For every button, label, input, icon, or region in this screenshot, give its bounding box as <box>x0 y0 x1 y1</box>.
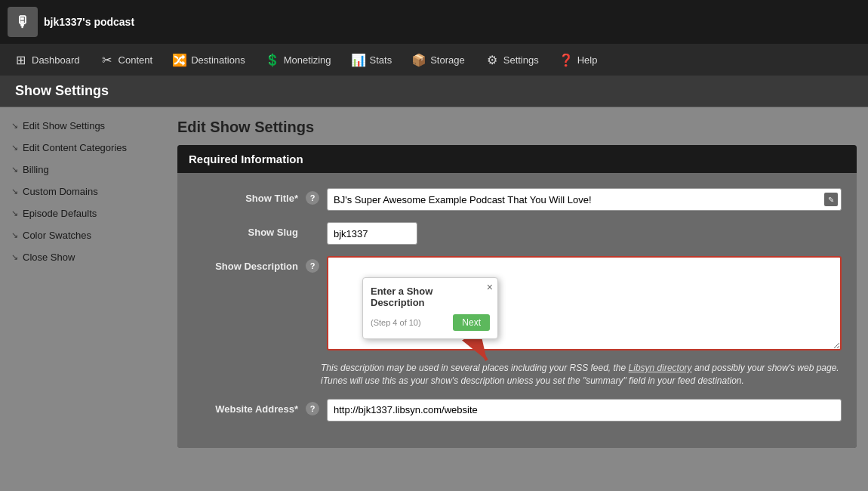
show-slug-input[interactable] <box>327 222 417 245</box>
form-card: Required Information Show Title* ? ✎ Sho… <box>177 145 857 448</box>
show-slug-row: Show Slug <box>192 222 842 245</box>
sidebar: ↘ Edit Show Settings ↘ Edit Content Cate… <box>0 107 166 491</box>
arrow-icon: ↘ <box>11 143 18 153</box>
nav-bar: ⊞ Dashboard ✂ Content 🔀 Destinations 💲 M… <box>0 44 868 76</box>
arrow-icon: ↘ <box>11 165 18 174</box>
arrow-icon: ↘ <box>11 208 18 218</box>
sidebar-label: Custom Domains <box>23 186 98 197</box>
podcast-name: bjk1337's podcast <box>44 16 134 28</box>
sidebar-item-color-swatches[interactable]: ↘ Color Swatches <box>0 224 166 246</box>
arrow-icon: ↘ <box>11 187 18 196</box>
form-card-header: Required Information <box>177 145 857 173</box>
sidebar-label: Color Swatches <box>23 230 91 241</box>
nav-monetizing-label: Monetizing <box>284 54 331 66</box>
destinations-icon: 🔀 <box>172 52 187 67</box>
sidebar-label: Billing <box>23 164 49 175</box>
tooltip-title: Enter a Show Description <box>371 286 490 308</box>
nav-storage-label: Storage <box>430 54 465 66</box>
edit-icon[interactable]: ✎ <box>824 193 838 206</box>
layout: ↘ Edit Show Settings ↘ Edit Content Cate… <box>0 107 868 491</box>
arrow-icon: ↘ <box>11 230 18 240</box>
show-description-row: Show Description ? <box>192 256 842 350</box>
dashboard-icon: ⊞ <box>13 52 28 67</box>
website-address-input[interactable] <box>327 399 842 422</box>
settings-icon: ⚙ <box>485 52 500 67</box>
nav-help[interactable]: ❓ Help <box>549 48 607 71</box>
sidebar-label: Edit Show Settings <box>23 120 105 131</box>
tooltip-step: (Step 4 of 10) <box>371 318 421 327</box>
form-card-body: Show Title* ? ✎ Show Slug Show Descripti… <box>177 173 857 448</box>
sidebar-item-billing[interactable]: ↘ Billing <box>0 159 166 181</box>
monetizing-icon: 💲 <box>265 52 280 67</box>
nav-dashboard[interactable]: ⊞ Dashboard <box>4 48 89 71</box>
sidebar-item-edit-show-settings[interactable]: ↘ Edit Show Settings <box>0 115 166 137</box>
sidebar-item-edit-content-categories[interactable]: ↘ Edit Content Categories <box>0 137 166 159</box>
sidebar-label: Episode Defaults <box>23 208 97 219</box>
main-content: Edit Show Settings Required Information … <box>166 107 868 491</box>
arrow-icon: ↘ <box>11 121 18 131</box>
podcast-logo[interactable]: 🎙 bjk1337's podcast <box>8 7 134 37</box>
nav-destinations-label: Destinations <box>191 54 245 66</box>
show-title-row: Show Title* ? ✎ <box>192 188 842 211</box>
nav-settings-label: Settings <box>503 54 539 66</box>
storage-icon: 📦 <box>411 52 426 67</box>
website-address-help-icon[interactable]: ? <box>306 402 319 415</box>
stats-icon: 📊 <box>351 52 366 67</box>
nav-content-label: Content <box>119 54 153 66</box>
sidebar-label: Close Show <box>23 252 75 263</box>
show-title-help-icon[interactable]: ? <box>306 191 319 205</box>
show-title-input-wrapper: ✎ <box>327 188 842 211</box>
nav-settings[interactable]: ⚙ Settings <box>476 48 548 71</box>
podcast-logo-icon: 🎙 <box>8 7 38 37</box>
sidebar-item-close-show[interactable]: ↘ Close Show <box>0 246 166 268</box>
nav-destinations[interactable]: 🔀 Destinations <box>163 48 254 71</box>
libsyn-directory-link[interactable]: Libsyn directory <box>629 363 692 373</box>
show-description-label: Show Description <box>192 256 298 272</box>
show-description-help-icon[interactable]: ? <box>306 259 319 273</box>
nav-stats-label: Stats <box>370 54 392 66</box>
nav-storage[interactable]: 📦 Storage <box>402 48 474 71</box>
nav-content[interactable]: ✂ Content <box>91 48 162 71</box>
tooltip-popup: × Enter a Show Description (Step 4 of 10… <box>362 277 498 339</box>
nav-help-label: Help <box>577 54 598 66</box>
sidebar-item-episode-defaults[interactable]: ↘ Episode Defaults <box>0 202 166 224</box>
tooltip-close-button[interactable]: × <box>487 281 493 293</box>
help-icon: ❓ <box>559 52 574 67</box>
show-title-label: Show Title* <box>192 188 298 204</box>
content-icon: ✂ <box>100 52 115 67</box>
show-slug-label: Show Slug <box>192 222 298 238</box>
page-title-bar: Show Settings <box>0 76 868 107</box>
show-title-input[interactable] <box>327 188 842 211</box>
website-address-label: Website Address* <box>192 399 298 415</box>
website-address-row: Website Address* ? <box>192 399 842 422</box>
show-description-help-text: This description may be used in several … <box>321 362 842 388</box>
nav-dashboard-label: Dashboard <box>32 54 80 66</box>
sidebar-label: Edit Content Categories <box>23 142 127 153</box>
section-title: Edit Show Settings <box>177 119 857 136</box>
tooltip-footer: (Step 4 of 10) Next <box>371 314 490 331</box>
nav-monetizing[interactable]: 💲 Monetizing <box>256 48 340 71</box>
tooltip-next-button[interactable]: Next <box>453 314 490 331</box>
nav-stats[interactable]: 📊 Stats <box>342 48 402 71</box>
arrow-icon: ↘ <box>11 252 18 262</box>
page-title: Show Settings <box>15 83 109 99</box>
top-bar: 🎙 bjk1337's podcast <box>0 0 868 44</box>
sidebar-item-custom-domains[interactable]: ↘ Custom Domains <box>0 181 166 202</box>
